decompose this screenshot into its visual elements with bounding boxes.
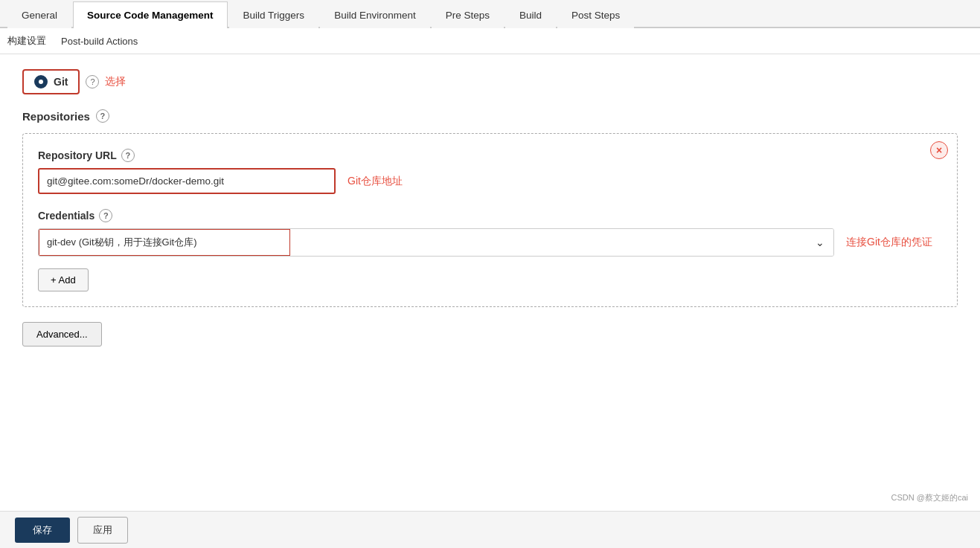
tab-build[interactable]: Build [505,1,556,28]
tab-pre-steps[interactable]: Pre Steps [432,1,504,28]
git-option-label: Git [54,76,68,88]
url-field-wrapper: Git仓库地址 [38,168,942,194]
tab-post-steps[interactable]: Post Steps [557,1,634,28]
scm-help-icon[interactable]: ? [86,75,99,88]
advanced-button[interactable]: Advanced... [22,322,102,346]
credentials-annotation: 连接Git仓库的凭证 [846,236,932,249]
scm-option-row: Git ? 选择 [22,69,958,94]
tab-build-environment[interactable]: Build Environment [320,1,430,28]
top-tab-bar: General Source Code Management Build Tri… [0,0,980,28]
tab-general[interactable]: General [7,1,71,28]
second-tab-bar: 构建设置 Post-build Actions [0,28,980,54]
chevron-down-icon: ⌄ [816,236,824,248]
add-button[interactable]: + Add [38,268,89,291]
tab-source-code-management[interactable]: Source Code Management [73,1,228,28]
repo-url-help-icon[interactable]: ? [121,149,135,162]
credentials-help-icon[interactable]: ? [99,209,112,222]
radio-inner-dot [39,80,43,84]
credentials-combined[interactable]: git-dev (Git秘钥，用于连接Git仓库) ⌄ [38,228,834,257]
scm-select-text[interactable]: 选择 [105,75,126,88]
repositories-help-icon[interactable]: ? [96,109,109,123]
git-option-box[interactable]: Git [22,69,80,94]
credentials-dropdown-arrow[interactable]: ⌄ [290,229,833,256]
tab-build-triggers[interactable]: Build Triggers [229,1,319,28]
credentials-label: Credentials [38,210,95,222]
main-content: Git ? 选择 Repositories ? × Repository URL… [0,54,980,361]
repository-box: × Repository URL ? Git仓库地址 Credentials ?… [22,133,958,307]
repo-close-button[interactable]: × [930,141,948,159]
tab-build-settings[interactable]: 构建设置 [7,33,46,49]
repo-url-label: Repository URL [38,149,117,161]
tab-post-build-actions[interactable]: Post-build Actions [61,34,138,48]
credentials-value: git-dev (Git秘钥，用于连接Git仓库) [38,228,291,257]
repo-url-annotation: Git仓库地址 [348,175,403,188]
repo-url-label-row: Repository URL ? [38,149,942,162]
credentials-row: git-dev (Git秘钥，用于连接Git仓库) ⌄ 连接Git仓库的凭证 [38,228,942,257]
git-radio[interactable] [34,75,48,88]
repositories-section-title: Repositories ? [22,109,958,123]
credentials-section: Credentials ? git-dev (Git秘钥，用于连接Git仓库) … [38,209,942,257]
repositories-label: Repositories [22,110,90,123]
repository-url-input[interactable] [38,168,336,194]
credentials-label-row: Credentials ? [38,209,942,222]
